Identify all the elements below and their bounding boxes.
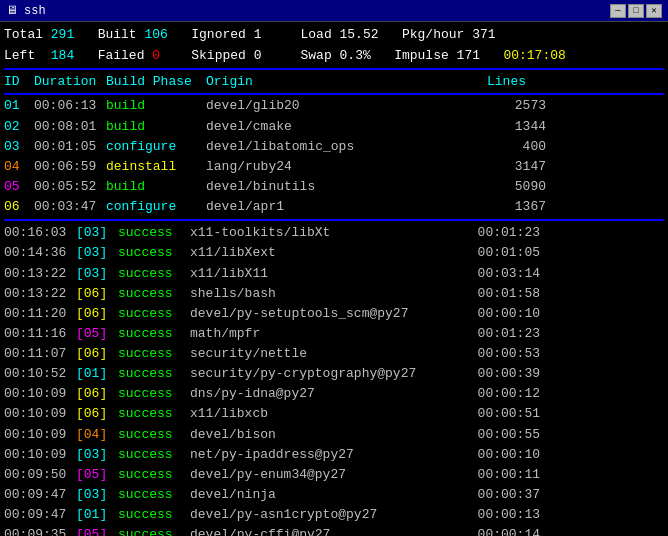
terminal-area: Total 291 Built 106 Ignored 1 Load 15.52… [0, 22, 668, 536]
failed-label: Failed [98, 46, 153, 66]
table-row: 0200:08:01builddevel/cmake1344 [4, 117, 664, 137]
header-id: ID [4, 72, 34, 92]
table-header: ID Duration Build Phase Origin Lines [4, 72, 664, 95]
total-label: Total [4, 24, 51, 46]
table-row: 0600:03:47configuredevel/apr11367 [4, 197, 664, 217]
ignored-value: 1 [254, 24, 262, 46]
log-row: 00:14:36 [03] success x11/libXext00:01:0… [4, 243, 664, 263]
minimize-button[interactable]: — [610, 4, 626, 18]
spacer8 [371, 46, 394, 66]
failed-value: 0 [152, 46, 160, 66]
load-value: 15.52 [340, 24, 379, 46]
spacer4 [379, 24, 402, 46]
spacer9 [480, 46, 503, 66]
stats-row2: Left 184 Failed 0 Skipped 0 Swap 0.3% Im… [4, 46, 664, 66]
spacer5 [74, 46, 97, 66]
table-row: 0300:01:05configuredevel/libatomic_ops40… [4, 137, 664, 157]
table-row: 0100:06:13builddevel/glib202573 [4, 96, 664, 116]
total-value: 291 [51, 24, 74, 46]
ignored-label: Ignored [191, 24, 253, 46]
log-body: 00:16:03 [03] success x11-toolkits/libXt… [4, 223, 664, 536]
title-bar: 🖥 ssh — □ ✕ [0, 0, 668, 22]
log-row: 00:09:50 [05] success devel/py-enum34@py… [4, 465, 664, 485]
built-label: Built [98, 24, 145, 46]
window-controls: — □ ✕ [610, 4, 662, 18]
left-label: Left [4, 46, 51, 66]
spacer6 [160, 46, 191, 66]
log-row: 00:16:03 [03] success x11-toolkits/libXt… [4, 223, 664, 243]
log-row: 00:13:22 [03] success x11/libX1100:03:14 [4, 264, 664, 284]
log-row: 00:11:07 [06] success security/nettle00:… [4, 344, 664, 364]
skipped-value: 0 [254, 46, 262, 66]
swap-label: Swap [301, 46, 340, 66]
header-lines: Lines [466, 72, 526, 92]
log-row: 00:09:35 [05] success devel/py-cffi@py27… [4, 525, 664, 536]
impulse-value: 171 [457, 46, 480, 66]
header-phase: Build Phase [106, 72, 206, 92]
table-row: 0500:05:52builddevel/binutils5090 [4, 177, 664, 197]
log-row: 00:10:09 [04] success devel/bison00:00:5… [4, 425, 664, 445]
log-row: 00:11:20 [06] success devel/py-setuptool… [4, 304, 664, 324]
table-body: 0100:06:13builddevel/glib2025730200:08:0… [4, 96, 664, 217]
swap-value: 0.3% [340, 46, 371, 66]
pkghour-value: 371 [472, 24, 495, 46]
divider1 [4, 68, 664, 70]
load-label: Load [301, 24, 340, 46]
impulse-label: Impulse [394, 46, 456, 66]
log-row: 00:13:22 [06] success shells/bash00:01:5… [4, 284, 664, 304]
stats-row1: Total 291 Built 106 Ignored 1 Load 15.52… [4, 24, 664, 46]
built-value: 106 [144, 24, 167, 46]
title-bar-left: 🖥 ssh [6, 3, 46, 18]
log-row: 00:10:09 [06] success x11/libxcb00:00:51 [4, 404, 664, 424]
spacer2 [168, 24, 191, 46]
log-row: 00:10:52 [01] success security/py-crypto… [4, 364, 664, 384]
header-duration: Duration [34, 72, 106, 92]
table-row: 0400:06:59deinstalllang/ruby243147 [4, 157, 664, 177]
log-row: 00:09:47 [03] success devel/ninja00:00:3… [4, 485, 664, 505]
log-row: 00:11:16 [05] success math/mpfr00:01:23 [4, 324, 664, 344]
window-title: ssh [24, 4, 46, 18]
maximize-button[interactable]: □ [628, 4, 644, 18]
pkghour-label: Pkg/hour [402, 24, 472, 46]
log-row: 00:10:09 [06] success dns/py-idna@py2700… [4, 384, 664, 404]
ssh-icon: 🖥 [6, 3, 18, 18]
spacer1 [74, 24, 97, 46]
header-origin: Origin [206, 72, 466, 92]
log-row: 00:10:09 [03] success net/py-ipaddress@p… [4, 445, 664, 465]
divider2 [4, 219, 664, 221]
spacer3 [261, 24, 300, 46]
spacer7 [262, 46, 301, 66]
skipped-label: Skipped [191, 46, 253, 66]
log-row: 00:09:47 [01] success devel/py-asn1crypt… [4, 505, 664, 525]
elapsed-value: 00:17:08 [503, 46, 565, 66]
close-button[interactable]: ✕ [646, 4, 662, 18]
left-value: 184 [51, 46, 74, 66]
